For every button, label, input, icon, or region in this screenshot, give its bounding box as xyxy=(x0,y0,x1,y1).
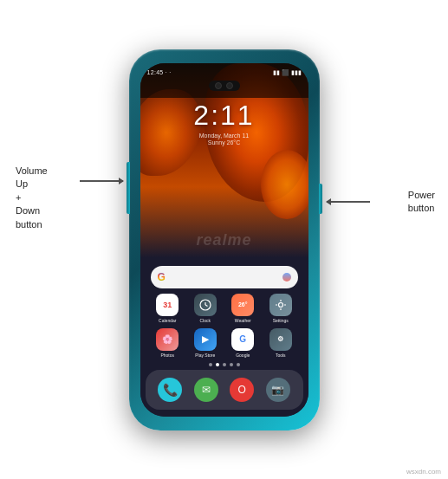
calendar-icon: 31 xyxy=(156,294,179,316)
diagram-container: VolumeUp+Downbutton Powerbutton realme xyxy=(0,0,448,479)
calendar-label: Calendar xyxy=(159,318,176,323)
clock-date: Monday, March 11 xyxy=(140,133,308,139)
power-button[interactable] xyxy=(319,184,322,214)
search-bar[interactable]: G xyxy=(151,266,298,288)
status-bar: 12:45 · · ▮▮ ⬛ ▮▮▮ xyxy=(147,67,302,79)
app-weather[interactable]: 26° Weather xyxy=(231,294,254,323)
wifi-icon: ⬛ xyxy=(282,69,289,76)
dock-opera[interactable]: O xyxy=(230,378,254,402)
tools-icon: ⚙ xyxy=(269,328,292,351)
playstore-label: Play Store xyxy=(195,353,215,358)
photos-icon: 🌸 xyxy=(156,328,179,351)
camera-pill xyxy=(209,81,240,91)
flower-decoration-3 xyxy=(261,150,308,219)
svg-point-3 xyxy=(278,302,282,307)
weather-label: Weather xyxy=(235,318,251,323)
page-dot-3 xyxy=(223,363,226,366)
clock-time: 2:11 xyxy=(140,100,308,132)
phone-body: realme 12:45 · · ▮▮ ⬛ ▮▮▮ xyxy=(129,49,320,430)
settings-label: Settings xyxy=(273,318,289,323)
volume-label: VolumeUp+Downbutton xyxy=(16,165,48,231)
app-google[interactable]: G Google xyxy=(231,328,254,358)
app-calendar[interactable]: 31 Calendar xyxy=(156,294,179,323)
app-photos[interactable]: 🌸 Photos xyxy=(156,328,179,358)
page-indicators xyxy=(140,363,308,366)
google-icon: G xyxy=(231,328,254,351)
dock-camera[interactable]: 📷 xyxy=(266,378,290,402)
volume-button[interactable] xyxy=(127,162,130,214)
app-tools[interactable]: ⚙ Tools xyxy=(269,328,292,358)
app-clock[interactable]: Clock xyxy=(194,294,217,323)
page-dot-5 xyxy=(237,363,240,366)
clock-weather: Sunny 26°C xyxy=(140,139,308,146)
playstore-icon: ▶ xyxy=(194,328,217,351)
dock-phone[interactable]: 📞 xyxy=(158,378,182,402)
app-row-2: 🌸 Photos ▶ Play Store G Google xyxy=(140,328,308,358)
app-playstore[interactable]: ▶ Play Store xyxy=(194,328,217,358)
app-row-1: 31 Calendar Clock 26° Weather xyxy=(140,294,308,323)
realme-logo: realme xyxy=(196,230,251,249)
tools-label: Tools xyxy=(276,353,286,358)
mic-icon xyxy=(282,273,291,282)
power-arrow xyxy=(327,201,370,203)
photos-label: Photos xyxy=(160,353,174,358)
dock-messages[interactable]: ✉ xyxy=(194,378,218,402)
power-label: Powerbutton xyxy=(408,189,435,216)
camera-dot-2 xyxy=(226,82,233,89)
page-dot-4 xyxy=(230,363,233,366)
settings-icon xyxy=(269,294,292,316)
clock-icon xyxy=(194,294,217,316)
clock-label: Clock xyxy=(199,318,211,323)
app-settings[interactable]: Settings xyxy=(269,294,292,323)
weather-icon: 26° xyxy=(231,294,254,316)
bottom-dock: 📞 ✉ O 📷 xyxy=(146,370,303,410)
battery-icon: ▮▮▮ xyxy=(291,69,302,76)
status-left: 12:45 · · xyxy=(147,69,172,75)
page-dot-2 xyxy=(216,363,219,366)
phone-screen: realme 12:45 · · ▮▮ ⬛ ▮▮▮ xyxy=(140,63,308,417)
svg-line-2 xyxy=(205,305,208,307)
notch-area: 12:45 · · ▮▮ ⬛ ▮▮▮ xyxy=(140,63,308,98)
volume-arrow xyxy=(80,180,123,182)
page-dot-1 xyxy=(209,363,212,366)
clock-area: 2:11 Monday, March 11 Sunny 26°C xyxy=(140,100,308,146)
google-g-logo: G xyxy=(158,271,166,283)
watermark: wsxdn.com xyxy=(406,468,441,476)
signal-icon: ▮▮ xyxy=(273,69,280,76)
status-right: ▮▮ ⬛ ▮▮▮ xyxy=(273,69,302,76)
camera-dot-1 xyxy=(215,82,222,89)
google-label: Google xyxy=(236,353,250,358)
